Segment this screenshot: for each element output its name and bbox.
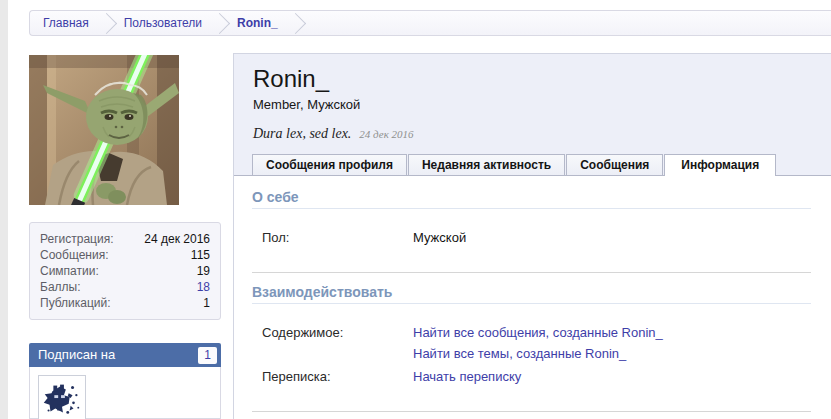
stat-row-publications: Публикаций: 1 bbox=[40, 295, 210, 311]
find-all-posts-link[interactable]: Найти все сообщения, созданные Ronin_ bbox=[413, 325, 663, 340]
stat-value: 24 дек 2016 bbox=[144, 231, 210, 247]
interact-messaging-row: Переписка: Начать переписку bbox=[262, 366, 811, 387]
tab-content-information: О себе Пол: Мужской Взаимодействовать Со… bbox=[234, 176, 831, 419]
section-interact-body: Содержимое: Найти все сообщения, созданн… bbox=[252, 304, 811, 411]
stat-label: Регистрация: bbox=[40, 231, 113, 247]
gender-value: Мужской bbox=[413, 227, 466, 248]
page-left-margin bbox=[0, 0, 8, 419]
stat-points-link[interactable]: 18 bbox=[197, 279, 210, 295]
tab-profile-posts[interactable]: Сообщения профиля bbox=[252, 154, 407, 175]
following-header: Подписан на 1 bbox=[29, 343, 221, 367]
breadcrumb: Главная Пользователи Ronin_ bbox=[29, 10, 831, 36]
stat-row-messages: Сообщения: 115 bbox=[40, 247, 210, 263]
stat-row-points: Баллы: 18 bbox=[40, 279, 210, 295]
gender-label: Пол: bbox=[262, 227, 413, 248]
profile-tabs: Сообщения профиля Недавняя активность Со… bbox=[234, 154, 831, 176]
section-interact: Взаимодействовать Содержимое: Найти все … bbox=[252, 272, 811, 411]
interact-content-row: Содержимое: Найти все сообщения, созданн… bbox=[262, 322, 811, 364]
stat-value: 1 bbox=[203, 295, 210, 311]
profile-status-line: Dura lex, sed lex. 24 дек 2016 bbox=[253, 124, 831, 142]
following-count-badge: 1 bbox=[198, 347, 217, 364]
profile-main-block: Ronin_ Member, Мужской Dura lex, sed lex… bbox=[233, 53, 831, 419]
tab-recent-activity[interactable]: Недавняя активность bbox=[408, 154, 565, 175]
stat-value: 115 bbox=[191, 247, 210, 263]
profile-subtitle: Member, Мужской bbox=[253, 97, 831, 112]
messaging-label: Переписка: bbox=[262, 366, 413, 387]
profile-username: Ronin_ bbox=[253, 65, 831, 92]
section-signature: Подпись bbox=[252, 411, 811, 419]
user-stats-box: Регистрация: 24 дек 2016 Сообщения: 115 … bbox=[29, 222, 221, 320]
followed-user-avatar[interactable] bbox=[38, 375, 86, 419]
stat-row-registration: Регистрация: 24 дек 2016 bbox=[40, 231, 210, 247]
content-label: Содержимое: bbox=[262, 322, 413, 364]
stat-value: 19 bbox=[197, 263, 210, 279]
tab-information[interactable]: Информация bbox=[664, 154, 776, 176]
stat-row-likes: Симпатии: 19 bbox=[40, 263, 210, 279]
stat-label: Баллы: bbox=[40, 279, 81, 295]
profile-status-text: Dura lex, sed lex. bbox=[253, 126, 351, 141]
following-title: Подписан на bbox=[38, 343, 115, 367]
breadcrumb-users-link[interactable]: Пользователи bbox=[111, 16, 215, 30]
stat-label: Публикаций: bbox=[40, 295, 111, 311]
following-body bbox=[29, 367, 221, 419]
section-about-heading: О себе bbox=[252, 189, 811, 209]
profile-header: Ronin_ Member, Мужской Dura lex, sed lex… bbox=[234, 54, 831, 154]
start-conversation-link[interactable]: Начать переписку bbox=[413, 369, 521, 384]
stat-label: Сообщения: bbox=[40, 247, 108, 263]
find-all-threads-link[interactable]: Найти все темы, созданные Ronin_ bbox=[413, 346, 626, 361]
tab-postings[interactable]: Сообщения bbox=[566, 154, 663, 175]
section-about-body: Пол: Мужской bbox=[252, 209, 811, 272]
profile-status-date: 24 дек 2016 bbox=[359, 128, 413, 140]
user-avatar-image[interactable] bbox=[29, 55, 179, 205]
about-gender-row: Пол: Мужской bbox=[262, 227, 811, 248]
section-about: О себе Пол: Мужской bbox=[252, 189, 811, 272]
breadcrumb-home-link[interactable]: Главная bbox=[30, 16, 102, 30]
breadcrumb-current-page: Ronin_ bbox=[224, 16, 291, 30]
section-interact-heading: Взаимодействовать bbox=[252, 284, 811, 304]
profile-sidebar: Регистрация: 24 дек 2016 Сообщения: 115 … bbox=[29, 55, 221, 419]
following-box: Подписан на 1 bbox=[29, 343, 221, 419]
stat-label: Симпатии: bbox=[40, 263, 99, 279]
